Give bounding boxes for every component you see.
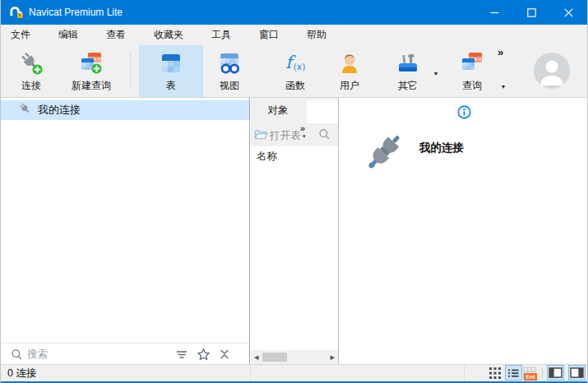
maximize-icon [527,8,536,17]
user-icon [337,51,362,76]
toolbar-other-button[interactable]: 其它 [385,45,431,97]
statusbar-divider [464,365,465,381]
toolbar-overflow-icon[interactable]: » [498,46,503,58]
sidebar-search-bar [1,343,249,364]
query-icon [460,51,484,76]
toolbar-new-query-button[interactable]: 新建查询 [63,45,119,97]
column-header-name[interactable]: 名称 [257,150,277,164]
scroll-right-icon[interactable]: ▸ [330,351,335,363]
tab-objects[interactable]: 对象 [251,98,305,123]
connections-panel: 我的连接 [1,98,250,364]
ent-badge: Ent [524,373,537,381]
close-button[interactable] [550,0,587,25]
maximize-button[interactable] [513,0,550,25]
show-right-pane-icon[interactable] [568,365,586,381]
statusbar-divider [250,365,251,381]
svg-text:(x): (x) [294,62,306,72]
objects-dropdown-icon[interactable]: ▾ [303,133,306,140]
statusbar-icon-divider [542,367,543,379]
collapse-all-icon[interactable] [218,348,231,364]
horizontal-scrollbar[interactable]: ◂ ▸ [251,350,338,364]
tools-icon [396,51,420,76]
titlebar[interactable]: Navicat Premium Lite [1,0,587,25]
statusbar: 0 连接 [1,364,587,381]
connection-tree-label: 我的连接 [38,103,81,118]
minimize-button[interactable] [476,0,513,25]
info-icon[interactable] [457,105,471,122]
connection-detail-item[interactable]: 我的连接 [363,131,464,177]
connection-plug-icon [19,51,44,76]
connection-count: 0 连接 [7,365,36,381]
toolbar-table-button[interactable]: 表 [139,45,203,97]
app-window: Navicat Premium Lite 文件 编辑 查看 收藏夹 工具 窗口 … [0,0,588,383]
menu-file[interactable]: 文件 [1,25,44,45]
table-icon [159,51,183,76]
menu-favorites[interactable]: 收藏夹 [140,25,197,45]
new-query-icon [79,51,104,76]
detail-panel: 我的连接 [340,98,588,364]
toolbar-view-button[interactable]: 视图 [205,45,254,97]
connection-detail-label: 我的连接 [419,141,464,177]
toolbar: 连接 新建查询 [1,45,587,98]
menu-view[interactable]: 查看 [92,25,140,45]
menu-tools[interactable]: 工具 [197,25,245,45]
objects-panel: 对象 打开表 » ▾ 名称 ◂ ▸ [251,98,339,364]
function-icon: f (x) [283,51,308,76]
connection-tree-item[interactable]: 我的连接 [1,100,249,120]
toolbar-query-button[interactable]: 查询 [449,45,495,97]
large-plug-icon [363,131,405,177]
small-plug-icon [19,102,32,118]
show-left-pane-icon[interactable] [547,365,564,381]
scroll-left-icon[interactable]: ◂ [254,351,259,363]
detail-view-icon[interactable] [489,367,501,379]
objects-header: 对象 打开表 » ▾ [251,98,338,146]
scrollbar-thumb[interactable] [262,353,287,362]
window-title: Navicat Premium Lite [29,0,123,25]
toolbar-connect-button[interactable]: 连接 [8,45,54,97]
search-input[interactable] [27,344,159,363]
filter-icon[interactable] [175,348,188,364]
query-dropdown-icon[interactable]: ▾ [502,83,505,90]
other-dropdown-icon[interactable]: ▾ [434,70,438,77]
minimize-icon [490,8,499,17]
toolbar-user-button[interactable]: 用户 [326,45,373,97]
open-table-folder-icon[interactable] [254,128,268,145]
menu-help[interactable]: 帮助 [293,25,340,45]
objects-overflow-icon[interactable]: » [300,123,305,133]
list-view-icon[interactable] [505,365,522,381]
tab-strip-spacer [307,100,338,123]
favorite-star-icon[interactable] [197,348,211,365]
search-icon [11,348,23,361]
menubar: 文件 编辑 查看 收藏夹 工具 窗口 帮助 [1,25,587,45]
view-icon [217,51,242,76]
menu-window[interactable]: 窗口 [245,25,293,45]
toolbar-function-button[interactable]: f (x) 函数 [271,45,320,97]
objects-search-icon[interactable] [318,128,331,144]
menu-edit[interactable]: 编辑 [44,25,92,45]
open-table-button[interactable]: 打开表 [270,129,301,143]
close-icon [564,8,573,17]
avatar-silhouette-icon [534,53,570,89]
user-avatar[interactable] [534,53,570,89]
toolbar-separator [130,53,131,89]
navicat-logo-icon [9,5,23,22]
